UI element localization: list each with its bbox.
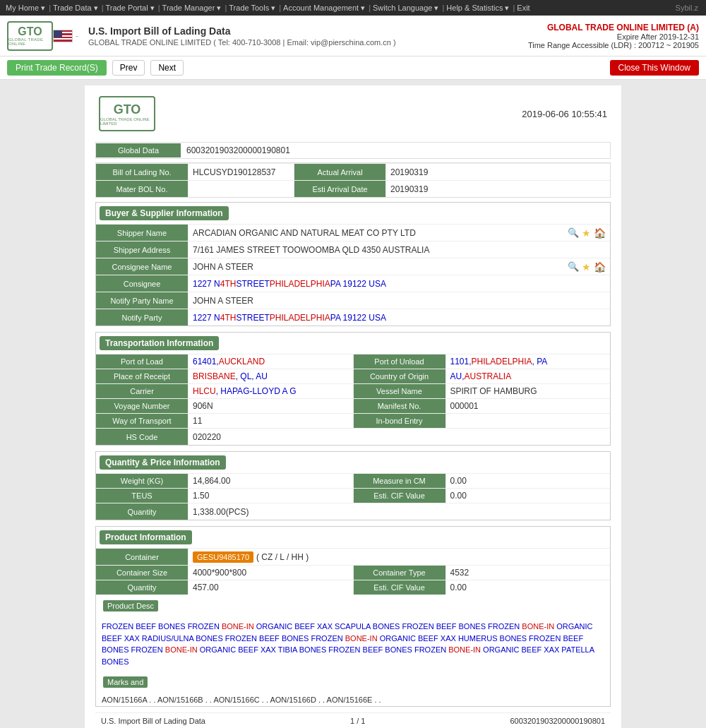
actual-arrival-value: 20190319 [385, 164, 610, 180]
gto-logo: GTO GLOBAL TRADE ONLINE [7, 21, 53, 51]
master-bol-row: Mater BOL No. Esti Arrival Date 20190319 [96, 180, 610, 197]
footer-pagination: 1 / 1 [350, 717, 365, 725]
nav-trade-manager[interactable]: Trade Manager ▾ [162, 4, 222, 13]
nav-help-statistics[interactable]: Help & Statistics ▾ [446, 4, 509, 13]
shipper-name-value: ARCADIAN ORGANIC AND NATURAL MEAT CO PTY… [188, 225, 610, 241]
prod-cif-label: Esti. CIF Value [354, 580, 445, 595]
container-size-col: Container Size 4000*900*800 [96, 566, 353, 580]
container-type-label: Container Type [354, 566, 445, 580]
container-value: GESU9485170 ( CZ / L / HH ) [188, 549, 610, 565]
master-bol-label: Mater BOL No. [96, 181, 188, 197]
document-header: GTO GLOBAL TRADE ONLINE LIMITED 2019-06-… [95, 93, 611, 135]
port-row: Port of Load 61401, AUCKLAND Port of Unl… [96, 354, 610, 369]
flag-separator: - [76, 31, 78, 41]
consignee-home-icon[interactable]: 🏠 [594, 261, 606, 273]
hs-code-label: HS Code [96, 429, 188, 445]
in-bond-col: In-bond Entry [353, 414, 611, 428]
container-label: Container [96, 549, 188, 565]
transport-bond-row: Way of Transport 11 In-bond Entry [96, 413, 610, 428]
shipper-star-icon[interactable]: ★ [582, 227, 591, 239]
marks-label: Marks and [103, 676, 148, 688]
weight-value: 14,864.00 [188, 474, 353, 488]
teus-label: TEUS [96, 489, 188, 503]
prev-button[interactable]: Prev [112, 60, 145, 76]
quantity-label: Quantity [96, 503, 188, 520]
esti-arrival-label: Esti Arrival Date [294, 181, 385, 197]
buyer-supplier-section: Buyer & Supplier Information Shipper Nam… [95, 202, 611, 326]
hs-code-value: 020220 [188, 429, 610, 445]
in-bond-value [445, 414, 611, 428]
shipper-address-row: Shipper Address 7/161 JAMES STREET TOOWO… [96, 241, 610, 258]
consignee-icons: 🔍 ★ 🏠 [568, 261, 606, 273]
toolbar: Print Trade Record(S) Prev Next Close Th… [0, 56, 706, 80]
header-right: GLOBAL TRADE ONLINE LIMITED (A) Expire A… [528, 23, 699, 49]
shipper-icons: 🔍 ★ 🏠 [568, 227, 606, 239]
bol-no-value: HLCUSYD190128537 [188, 164, 294, 180]
country-origin-value: AU, AUSTRALIA [445, 369, 611, 383]
nav-my-home[interactable]: My Home ▾ [6, 4, 45, 13]
nav-account-management[interactable]: Account Management ▾ [283, 4, 365, 13]
consignee-name-row: Consignee Name JOHN A STEER 🔍 ★ 🏠 [96, 258, 610, 275]
nav-exit[interactable]: Exit [517, 4, 530, 12]
print-button[interactable]: Print Trade Record(S) [7, 60, 107, 76]
header-info: U.S. Import Bill of Lading Data GLOBAL T… [88, 25, 528, 47]
document-footer: U.S. Import Bill of Lading Data 1 / 1 60… [95, 712, 611, 728]
measure-value: 0.00 [445, 474, 611, 488]
prod-cif-col: Esti. CIF Value 0.00 [353, 580, 611, 595]
quantity-price-title-wrapper: Quantity & Price Information [96, 452, 610, 473]
place-receipt-label: Place of Receipt [96, 369, 188, 383]
voyage-value: 906N [188, 399, 353, 413]
way-transport-col: Way of Transport 11 [96, 414, 353, 428]
nav-switch-language[interactable]: Switch Language ▾ [373, 4, 438, 13]
logo-top-text: GTO [18, 26, 42, 37]
notify-party-name-value: JOHN A STEER [188, 292, 610, 309]
manifest-value: 000001 [445, 399, 611, 413]
shipper-address-label: Shipper Address [96, 241, 188, 258]
carrier-col: Carrier HLCU, HAPAG-LLOYD A G [96, 384, 353, 398]
vessel-col: Vessel Name SPIRIT OF HAMBURG [353, 384, 611, 398]
shipper-home-icon[interactable]: 🏠 [594, 227, 606, 239]
buyer-supplier-title: Buyer & Supplier Information [100, 206, 229, 220]
shipper-search-icon[interactable]: 🔍 [568, 227, 579, 238]
teus-col: TEUS 1.50 [96, 489, 353, 503]
voyage-label: Voyage Number [96, 399, 188, 413]
doc-logo: GTO GLOBAL TRADE ONLINE LIMITED [99, 96, 155, 131]
measure-label: Measure in CM [354, 474, 445, 488]
notify-party-value: 1227 N 4TH STREET PHILADELPHIA PA 19122 … [188, 309, 610, 326]
port-load-label: Port of Load [96, 354, 188, 369]
marks-section: Marks and [96, 671, 610, 693]
measure-col: Measure in CM 0.00 [353, 474, 611, 488]
container-badge: GESU9485170 [193, 551, 253, 563]
transportation-title: Transportation Information [100, 336, 219, 350]
port-unload-col: Port of Unload 1101, PHILADELPHIA, PA [353, 354, 611, 369]
container-type-col: Container Type 4532 [353, 566, 611, 580]
way-transport-label: Way of Transport [96, 414, 188, 428]
footer-source: U.S. Import Bill of Lading Data [101, 717, 205, 725]
place-receipt-col: Place of Receipt BRISBANE, QL, AU [96, 369, 353, 383]
consignee-star-icon[interactable]: ★ [582, 261, 591, 273]
master-bol-value [188, 181, 294, 197]
product-info-title-wrapper: Product Information [96, 527, 610, 548]
us-flag [53, 30, 73, 42]
product-info-section: Product Information Container GESU948517… [95, 526, 611, 707]
esti-cif-label: Esti. CIF Value [354, 489, 445, 503]
port-load-value: 61401, AUCKLAND [188, 354, 353, 369]
consignee-search-icon[interactable]: 🔍 [568, 261, 579, 272]
nav-trade-portal[interactable]: Trade Portal ▾ [106, 4, 155, 13]
quantity-row: Quantity 1,338.00(PCS) [96, 503, 610, 520]
page-title: U.S. Import Bill of Lading Data [88, 25, 528, 37]
prod-qty-cif-row: Quantity 457.00 Esti. CIF Value 0.00 [96, 580, 610, 595]
nav-trade-data[interactable]: Trade Data ▾ [53, 4, 98, 13]
username: Sybil.z [676, 4, 698, 12]
product-desc-value: FROZEN BEEF BONES FROZEN BONE-IN ORGANIC… [96, 617, 610, 671]
logo-bottom-text: GLOBAL TRADE ONLINE [8, 37, 52, 46]
product-desc-section: Product Desc [96, 595, 610, 617]
next-button[interactable]: Next [150, 60, 184, 76]
country-origin-col: Country of Origin AU, AUSTRALIA [353, 369, 611, 383]
container-extra: ( CZ / L / HH ) [256, 552, 309, 562]
port-unload-label: Port of Unload [354, 354, 445, 369]
prod-qty-label: Quantity [96, 580, 188, 595]
nav-trade-tools[interactable]: Trade Tools ▾ [229, 4, 275, 13]
close-button[interactable]: Close This Window [610, 60, 699, 76]
doc-logo-top: GTO [114, 102, 141, 117]
